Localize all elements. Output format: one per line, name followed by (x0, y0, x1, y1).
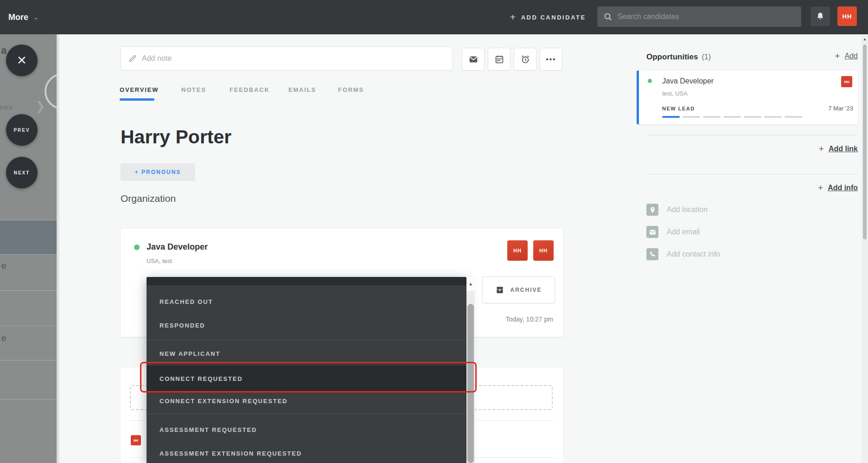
schedule-event-button[interactable] (488, 48, 511, 71)
search-input[interactable] (617, 12, 795, 21)
plus-icon: + (510, 12, 516, 23)
user-avatar[interactable]: HH (837, 6, 857, 26)
tab-emails[interactable]: EMAILS (288, 86, 316, 93)
menu-top-shadow (147, 277, 466, 285)
page-scrollbar[interactable]: ▲ (862, 34, 868, 463)
add-link-label: Add link (829, 145, 858, 153)
opportunities-header: Opportunities (1) + Add (646, 51, 858, 63)
menu-divider (147, 414, 466, 414)
scroll-up-arrow-icon[interactable]: ▲ (862, 35, 868, 43)
opportunity-location: USA, test (147, 257, 172, 264)
menu-item-reached-out[interactable]: REACHED OUT (160, 296, 457, 307)
add-contact-info-label: Add contact info (667, 250, 720, 258)
envelope-icon (646, 226, 658, 238)
plus-icon: + (835, 51, 840, 61)
active-opportunity-bar (637, 71, 639, 124)
sidebar-divider (646, 135, 858, 135)
calendar-icon (494, 54, 504, 64)
assignee-avatar[interactable]: HH (533, 240, 554, 261)
ellipsis-icon: ••• (546, 55, 556, 63)
prev-label: PREV (13, 128, 30, 133)
assignee-avatar-initials: HH (539, 248, 548, 253)
opportunity-title[interactable]: Java Developer (147, 242, 208, 252)
send-email-button[interactable] (462, 48, 485, 71)
sidebar-divider (646, 174, 858, 174)
menu-item-connect-extension-requested[interactable]: CONNECT EXTENSION REQUESTED (160, 395, 457, 406)
background-selected-row (0, 220, 57, 254)
status-dot-icon (648, 79, 652, 83)
plus-icon: + (819, 144, 824, 154)
tab-feedback[interactable]: FEEDBACK (230, 86, 270, 93)
menu-item-assessment-requested[interactable]: ASSESSMENT REQUESTED (160, 424, 457, 435)
add-pronouns-button[interactable]: + PRONOUNS (121, 163, 195, 181)
close-icon: ✕ (17, 54, 27, 66)
menu-divider (147, 340, 466, 340)
annotation-highlight-box (140, 362, 477, 392)
phone-icon (646, 248, 658, 260)
add-opportunity-label: Add (845, 52, 858, 60)
add-location-button[interactable]: Add location (646, 204, 708, 216)
tab-forms[interactable]: FORMS (338, 86, 364, 93)
background-row-text: e (1, 261, 6, 271)
pipeline-progress-segment (764, 116, 782, 118)
candidate-name: Harry Porter (121, 126, 231, 148)
add-opportunity-button[interactable]: + Add (835, 51, 858, 61)
mini-avatar-initials: HH (134, 439, 138, 442)
pipeline-progress-segment (662, 116, 680, 118)
location-pin-icon (646, 204, 658, 216)
search-icon (604, 13, 612, 21)
next-candidate-button[interactable]: NEXT (6, 157, 38, 188)
add-candidate-button[interactable]: + ADD CANDIDATE (510, 0, 586, 34)
active-tab-indicator (120, 98, 154, 101)
chevron-down-icon: ⌄ (33, 13, 39, 21)
more-actions-button[interactable]: ••• (540, 48, 562, 71)
pipeline-stage-label: NEW LEAD (662, 106, 695, 111)
set-reminder-button[interactable] (514, 48, 536, 71)
background-row-text: e (1, 333, 6, 343)
dimmed-background-strip: a HED ❯ e e (0, 34, 57, 463)
page-scrollbar-thumb[interactable] (863, 45, 867, 239)
archive-label: ARCHIVE (510, 287, 542, 293)
menu-item-responded[interactable]: RESPONDED (160, 320, 457, 331)
menu-item-new-applicant[interactable]: NEW APPLICANT (160, 348, 457, 359)
envelope-icon (468, 54, 479, 64)
pipeline-progress-segment (723, 116, 741, 118)
app-window: a HED ❯ e e More ⌄ + ADD CANDIDATE (0, 0, 868, 463)
sidebar-avatar: HH (841, 76, 852, 87)
add-note-field[interactable] (121, 46, 453, 71)
close-modal-button[interactable]: ✕ (6, 45, 38, 76)
menu-item-assessment-extension-requested[interactable]: ASSESSMENT EXTENSION REQUESTED (160, 448, 457, 459)
add-email-button[interactable]: Add email (646, 226, 700, 238)
add-email-label: Add email (667, 228, 700, 236)
add-note-input[interactable] (141, 54, 445, 63)
archive-button[interactable]: ARCHIVE (482, 277, 555, 303)
add-link-button[interactable]: + Add link (819, 144, 858, 154)
pipeline-progress-segment (683, 116, 700, 118)
scroll-up-arrow-icon[interactable]: ▲ (466, 277, 475, 291)
next-label: NEXT (14, 170, 30, 175)
prev-candidate-button[interactable]: PREV (6, 114, 38, 146)
more-menu[interactable]: More ⌄ (8, 0, 39, 34)
background-stage-text: HED (0, 105, 13, 110)
background-text-fragment: a (1, 45, 6, 57)
archive-box-icon (495, 285, 504, 295)
add-candidate-label: ADD CANDIDATE (521, 14, 586, 21)
add-info-label: Add info (828, 184, 858, 192)
plus-icon: + (818, 183, 823, 193)
pencil-icon (128, 55, 136, 63)
add-pronouns-label: + PRONOUNS (135, 169, 181, 175)
sidebar-opportunity-title: Java Developer (662, 77, 714, 85)
background-circle-fragment (45, 73, 57, 109)
alarm-clock-icon (520, 54, 530, 64)
assignee-avatar[interactable]: HH (507, 240, 528, 261)
opportunity-date: 7 Mar '23 (828, 105, 853, 112)
notifications-button[interactable] (811, 6, 830, 26)
tab-notes[interactable]: NOTES (181, 86, 206, 93)
sidebar-opportunity-card[interactable]: Java Developer test, USA NEW LEAD 7 Mar … (637, 71, 858, 124)
sidebar-opportunity-location: test, USA (662, 90, 688, 97)
add-contact-info-button[interactable]: Add contact info (646, 248, 720, 260)
add-info-button[interactable]: + Add info (818, 183, 858, 193)
search-candidates-box[interactable] (597, 6, 801, 27)
section-title-organization: Organization (121, 193, 176, 204)
tab-overview[interactable]: OVERVIEW (120, 86, 159, 93)
